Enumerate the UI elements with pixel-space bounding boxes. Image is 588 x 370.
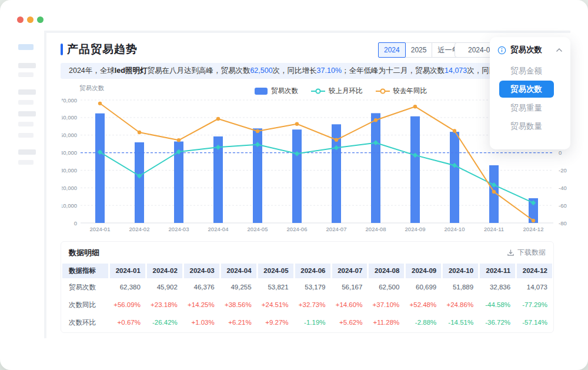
table-column-header: 2024-01 bbox=[110, 264, 145, 278]
row-label: 次数环比 bbox=[62, 314, 108, 331]
table-column-header: 2024-02 bbox=[147, 264, 182, 278]
table-column-header: 2024-04 bbox=[221, 264, 256, 278]
close-button[interactable] bbox=[17, 16, 24, 23]
table-cell: +24.51% bbox=[258, 296, 293, 314]
year-tab-2024[interactable]: 2024 bbox=[378, 42, 406, 58]
chart-point bbox=[492, 190, 496, 194]
download-data-button[interactable]: 下载数据 bbox=[507, 248, 546, 258]
sidebar-skeleton-item bbox=[18, 100, 34, 105]
table-cell: 53,179 bbox=[295, 278, 330, 296]
chart-point bbox=[335, 138, 338, 142]
year-tabs: 20242025近一年 bbox=[378, 42, 465, 58]
sidebar-item-active[interactable] bbox=[18, 44, 34, 50]
table-cell: +56.09% bbox=[110, 296, 145, 314]
table-cell: -36.72% bbox=[480, 314, 515, 331]
chart-bar bbox=[450, 132, 459, 223]
table-column-header: 2024-07 bbox=[332, 264, 368, 278]
chart-bar bbox=[371, 113, 380, 223]
sidebar-skeleton-item bbox=[18, 72, 34, 77]
table-column-header: 2024-08 bbox=[369, 264, 404, 278]
svg-text:40,000: 40,000 bbox=[62, 149, 77, 156]
table-cell: +11.28% bbox=[369, 314, 404, 331]
sidebar-skeleton-item bbox=[18, 63, 36, 68]
svg-text:2024-01: 2024-01 bbox=[90, 226, 111, 232]
chart-bar bbox=[135, 142, 144, 223]
sidebar-skeleton-item bbox=[18, 111, 36, 116]
metric-option-贸易次数[interactable]: 贸易次数 bbox=[499, 81, 554, 98]
table-cell: +52.48% bbox=[406, 296, 441, 314]
table-cell: +0.67% bbox=[110, 314, 145, 331]
svg-text:2024-11: 2024-11 bbox=[484, 226, 504, 232]
metric-options: 贸易金额贸易次数贸易重量贸易数量 bbox=[490, 61, 570, 135]
table-cell: +9.27% bbox=[258, 314, 293, 331]
table-cell: 14,073 bbox=[517, 278, 552, 296]
metric-option-贸易金额[interactable]: 贸易金额 bbox=[490, 62, 570, 79]
chevron-up-icon bbox=[556, 47, 563, 53]
table-cell: 60,699 bbox=[406, 278, 441, 296]
year-tab-2025[interactable]: 2025 bbox=[405, 42, 433, 58]
summary-text-segment: led照明灯 bbox=[115, 66, 148, 75]
svg-text:10,000: 10,000 bbox=[62, 202, 77, 209]
summary-text-segment: ；全年低峰为十二月，贸易次数 bbox=[342, 66, 445, 75]
summary-text-segment: 2024年，全球 bbox=[69, 66, 115, 75]
row-label: 次数同比 bbox=[62, 296, 108, 314]
maximize-button[interactable] bbox=[37, 16, 44, 23]
data-table-card: 数据明细 下载数据 数据指标2024-012024-022024-032024-… bbox=[61, 241, 554, 333]
download-icon bbox=[507, 249, 514, 256]
table-cell: -14.51% bbox=[443, 314, 478, 331]
table-column-header: 数据指标 bbox=[62, 264, 108, 278]
svg-text:0: 0 bbox=[559, 149, 562, 156]
chart-bar bbox=[95, 114, 105, 223]
svg-text:2024-09: 2024-09 bbox=[405, 226, 426, 232]
table-cell: +5.62% bbox=[332, 314, 368, 331]
summary-text-segment: 次，同比增长 bbox=[273, 66, 317, 75]
metric-option-贸易重量[interactable]: 贸易重量 bbox=[490, 99, 570, 116]
svg-text:2024-12: 2024-12 bbox=[523, 226, 544, 232]
table-title: 数据明细 bbox=[69, 248, 99, 258]
table-column-header: 2024-09 bbox=[406, 264, 441, 278]
metric-option-贸易数量[interactable]: 贸易数量 bbox=[490, 118, 570, 135]
chart-point bbox=[177, 138, 181, 142]
summary-text-segment: 37.10% bbox=[317, 66, 342, 75]
table-cell: 32,836 bbox=[480, 278, 515, 296]
table-row: 贸易次数62,38045,90246,37649,25553,82153,179… bbox=[61, 278, 553, 296]
table-cell: +14.25% bbox=[184, 296, 219, 314]
table-header-bar: 数据明细 下载数据 bbox=[61, 242, 553, 264]
table-cell: 62,500 bbox=[369, 278, 404, 296]
svg-text:-20: -20 bbox=[559, 167, 567, 174]
table-cell: 51,889 bbox=[443, 278, 478, 296]
y-axis-name: 贸易次数 bbox=[79, 84, 104, 92]
metric-dropdown-header[interactable]: 贸易次数 bbox=[490, 45, 570, 61]
table-cell: +6.21% bbox=[221, 314, 256, 331]
svg-text:70,000: 70,000 bbox=[62, 97, 77, 104]
svg-text:2024-03: 2024-03 bbox=[169, 226, 189, 232]
selected-metric-label: 贸易次数 bbox=[510, 45, 542, 55]
metric-dropdown: 贸易次数 贸易金额贸易次数贸易重量贸易数量 bbox=[490, 37, 570, 149]
chart-point bbox=[374, 118, 377, 122]
table-cell: 53,821 bbox=[258, 278, 293, 296]
table-cell: -57.14% bbox=[517, 314, 552, 331]
svg-text:0: 0 bbox=[74, 220, 77, 226]
summary-text-segment: 贸易在八月达到高峰，贸易次数 bbox=[147, 66, 250, 75]
chart-point bbox=[413, 105, 417, 108]
summary-banner: 2024年，全球led照明灯贸易在八月达到高峰，贸易次数62,500次，同比增长… bbox=[61, 63, 554, 79]
table-column-header: 2024-06 bbox=[295, 264, 330, 278]
table-column-header: 2024-05 bbox=[258, 264, 293, 278]
table-row: 次数环比+0.67%-26.42%+1.03%+6.21%+9.27%-1.19… bbox=[61, 314, 553, 331]
table-cell: 49,255 bbox=[221, 278, 256, 296]
svg-text:50,000: 50,000 bbox=[62, 132, 77, 138]
svg-text:30,000: 30,000 bbox=[62, 167, 77, 174]
chart-bar bbox=[292, 129, 302, 223]
title-accent-bar bbox=[61, 44, 63, 55]
page-header: 产品贸易趋势 20242025近一年 2024-01 → 2024-12 bbox=[61, 42, 554, 58]
table-cell: +23.18% bbox=[147, 296, 182, 314]
table-cell: 62,380 bbox=[110, 278, 145, 296]
app-window: 产品贸易趋势 20242025近一年 2024-01 → 2024-12 202… bbox=[0, 0, 588, 370]
table-column-header: 2024-11 bbox=[480, 264, 515, 278]
table-cell: +38.56% bbox=[221, 296, 256, 314]
minimize-button[interactable] bbox=[27, 16, 34, 23]
sidebar-skeleton-item bbox=[18, 160, 34, 165]
table-column-header: 2024-03 bbox=[184, 264, 219, 278]
chart-point bbox=[453, 129, 456, 132]
svg-text:2024-08: 2024-08 bbox=[366, 226, 386, 232]
